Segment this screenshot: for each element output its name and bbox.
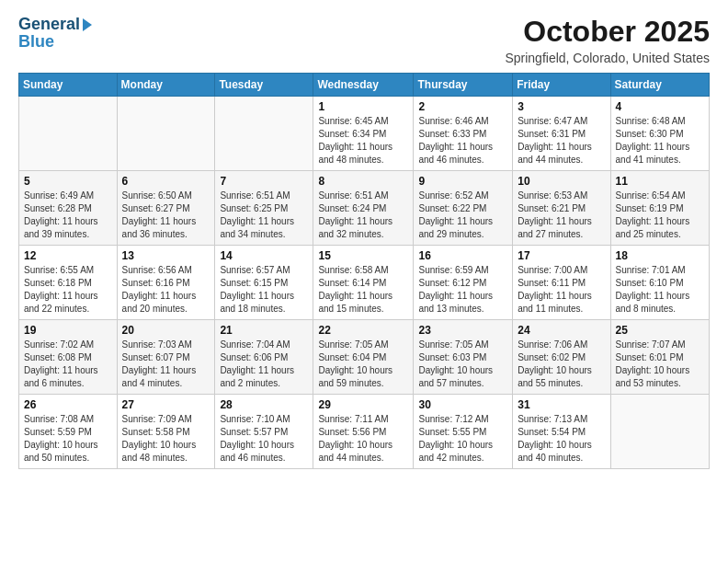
day-info: Sunrise: 7:10 AMSunset: 5:57 PMDaylight:… bbox=[220, 413, 308, 465]
day-info: Sunrise: 6:56 AMSunset: 6:16 PMDaylight:… bbox=[122, 264, 210, 316]
logo-text: General Blue bbox=[18, 15, 92, 52]
day-info: Sunrise: 7:11 AMSunset: 5:56 PMDaylight:… bbox=[318, 413, 408, 465]
header-saturday: Saturday bbox=[610, 74, 709, 97]
table-row: 23Sunrise: 7:05 AMSunset: 6:03 PMDayligh… bbox=[414, 320, 513, 395]
table-row: 22Sunrise: 7:05 AMSunset: 6:04 PMDayligh… bbox=[313, 320, 414, 395]
calendar-table: Sunday Monday Tuesday Wednesday Thursday… bbox=[18, 73, 710, 469]
table-row: 6Sunrise: 6:50 AMSunset: 6:27 PMDaylight… bbox=[117, 171, 215, 246]
day-info: Sunrise: 7:07 AMSunset: 6:01 PMDaylight:… bbox=[616, 339, 704, 390]
day-info: Sunrise: 6:54 AMSunset: 6:19 PMDaylight:… bbox=[616, 190, 704, 241]
calendar-week-row: 26Sunrise: 7:08 AMSunset: 5:59 PMDayligh… bbox=[19, 395, 710, 469]
day-info: Sunrise: 7:00 AMSunset: 6:11 PMDaylight:… bbox=[518, 264, 605, 316]
day-info: Sunrise: 7:01 AMSunset: 6:10 PMDaylight:… bbox=[616, 264, 704, 316]
day-number: 12 bbox=[24, 249, 112, 262]
month-title: October 2025 bbox=[505, 15, 710, 49]
day-number: 27 bbox=[122, 398, 210, 411]
table-row bbox=[117, 97, 215, 171]
day-info: Sunrise: 6:53 AMSunset: 6:21 PMDaylight:… bbox=[518, 190, 605, 241]
day-info: Sunrise: 7:03 AMSunset: 6:07 PMDaylight:… bbox=[122, 339, 210, 390]
table-row: 26Sunrise: 7:08 AMSunset: 5:59 PMDayligh… bbox=[19, 395, 118, 469]
day-info: Sunrise: 6:48 AMSunset: 6:30 PMDaylight:… bbox=[616, 115, 704, 167]
day-info: Sunrise: 6:50 AMSunset: 6:27 PMDaylight:… bbox=[122, 190, 210, 241]
table-row: 13Sunrise: 6:56 AMSunset: 6:16 PMDayligh… bbox=[117, 246, 215, 320]
table-row: 5Sunrise: 6:49 AMSunset: 6:28 PMDaylight… bbox=[19, 171, 118, 246]
day-info: Sunrise: 7:13 AMSunset: 5:54 PMDaylight:… bbox=[518, 413, 605, 465]
day-number: 14 bbox=[220, 249, 308, 262]
day-number: 16 bbox=[418, 249, 507, 262]
day-number: 17 bbox=[518, 249, 605, 262]
table-row: 29Sunrise: 7:11 AMSunset: 5:56 PMDayligh… bbox=[313, 395, 414, 469]
table-row: 17Sunrise: 7:00 AMSunset: 6:11 PMDayligh… bbox=[513, 246, 610, 320]
day-info: Sunrise: 7:08 AMSunset: 5:59 PMDaylight:… bbox=[24, 413, 112, 465]
logo-arrow-icon bbox=[83, 18, 92, 31]
table-row: 3Sunrise: 6:47 AMSunset: 6:31 PMDaylight… bbox=[513, 97, 610, 171]
day-info: Sunrise: 6:57 AMSunset: 6:15 PMDaylight:… bbox=[220, 264, 308, 316]
table-row: 1Sunrise: 6:45 AMSunset: 6:34 PMDaylight… bbox=[313, 97, 414, 171]
day-number: 24 bbox=[518, 324, 605, 337]
day-number: 25 bbox=[616, 324, 704, 337]
table-row bbox=[610, 395, 709, 469]
calendar-week-row: 1Sunrise: 6:45 AMSunset: 6:34 PMDaylight… bbox=[19, 97, 710, 171]
table-row: 31Sunrise: 7:13 AMSunset: 5:54 PMDayligh… bbox=[513, 395, 610, 469]
header-sunday: Sunday bbox=[19, 74, 118, 97]
day-number: 4 bbox=[616, 100, 704, 113]
day-info: Sunrise: 7:12 AMSunset: 5:55 PMDaylight:… bbox=[418, 413, 507, 465]
day-number: 8 bbox=[318, 175, 408, 188]
table-row: 4Sunrise: 6:48 AMSunset: 6:30 PMDaylight… bbox=[610, 97, 709, 171]
day-info: Sunrise: 6:58 AMSunset: 6:14 PMDaylight:… bbox=[318, 264, 408, 316]
table-row bbox=[215, 97, 313, 171]
day-number: 30 bbox=[418, 398, 507, 411]
table-row: 9Sunrise: 6:52 AMSunset: 6:22 PMDaylight… bbox=[414, 171, 513, 246]
table-row: 2Sunrise: 6:46 AMSunset: 6:33 PMDaylight… bbox=[414, 97, 513, 171]
day-number: 23 bbox=[418, 324, 507, 337]
day-info: Sunrise: 6:51 AMSunset: 6:24 PMDaylight:… bbox=[318, 190, 408, 241]
day-info: Sunrise: 6:59 AMSunset: 6:12 PMDaylight:… bbox=[418, 264, 507, 316]
day-number: 7 bbox=[220, 175, 308, 188]
table-row: 21Sunrise: 7:04 AMSunset: 6:06 PMDayligh… bbox=[215, 320, 313, 395]
day-number: 19 bbox=[24, 324, 112, 337]
day-number: 11 bbox=[616, 175, 704, 188]
day-number: 10 bbox=[518, 175, 605, 188]
day-info: Sunrise: 7:05 AMSunset: 6:04 PMDaylight:… bbox=[318, 339, 408, 390]
day-number: 26 bbox=[24, 398, 112, 411]
logo-blue: Blue bbox=[18, 32, 92, 52]
header: General Blue October 2025 Springfield, C… bbox=[18, 15, 710, 65]
day-number: 15 bbox=[318, 249, 408, 262]
day-info: Sunrise: 6:52 AMSunset: 6:22 PMDaylight:… bbox=[418, 190, 507, 241]
page-container: General Blue October 2025 Springfield, C… bbox=[0, 0, 728, 478]
location-subtitle: Springfield, Colorado, United States bbox=[505, 51, 710, 65]
day-number: 18 bbox=[616, 249, 704, 262]
header-monday: Monday bbox=[117, 74, 215, 97]
table-row: 7Sunrise: 6:51 AMSunset: 6:25 PMDaylight… bbox=[215, 171, 313, 246]
day-info: Sunrise: 6:49 AMSunset: 6:28 PMDaylight:… bbox=[24, 190, 112, 241]
table-row: 24Sunrise: 7:06 AMSunset: 6:02 PMDayligh… bbox=[513, 320, 610, 395]
day-info: Sunrise: 7:06 AMSunset: 6:02 PMDaylight:… bbox=[518, 339, 605, 390]
table-row: 8Sunrise: 6:51 AMSunset: 6:24 PMDaylight… bbox=[313, 171, 414, 246]
table-row: 14Sunrise: 6:57 AMSunset: 6:15 PMDayligh… bbox=[215, 246, 313, 320]
day-number: 3 bbox=[518, 100, 605, 113]
table-row: 30Sunrise: 7:12 AMSunset: 5:55 PMDayligh… bbox=[414, 395, 513, 469]
table-row: 19Sunrise: 7:02 AMSunset: 6:08 PMDayligh… bbox=[19, 320, 118, 395]
day-info: Sunrise: 6:51 AMSunset: 6:25 PMDaylight:… bbox=[220, 190, 308, 241]
header-friday: Friday bbox=[513, 74, 610, 97]
table-row bbox=[19, 97, 118, 171]
table-row: 16Sunrise: 6:59 AMSunset: 6:12 PMDayligh… bbox=[414, 246, 513, 320]
header-wednesday: Wednesday bbox=[313, 74, 414, 97]
calendar-week-row: 12Sunrise: 6:55 AMSunset: 6:18 PMDayligh… bbox=[19, 246, 710, 320]
table-row: 27Sunrise: 7:09 AMSunset: 5:58 PMDayligh… bbox=[117, 395, 215, 469]
day-number: 22 bbox=[318, 324, 408, 337]
table-row: 25Sunrise: 7:07 AMSunset: 6:01 PMDayligh… bbox=[610, 320, 709, 395]
day-info: Sunrise: 6:47 AMSunset: 6:31 PMDaylight:… bbox=[518, 115, 605, 167]
day-number: 29 bbox=[318, 398, 408, 411]
table-row: 15Sunrise: 6:58 AMSunset: 6:14 PMDayligh… bbox=[313, 246, 414, 320]
day-number: 6 bbox=[122, 175, 210, 188]
calendar-header-row: Sunday Monday Tuesday Wednesday Thursday… bbox=[19, 74, 710, 97]
day-info: Sunrise: 7:09 AMSunset: 5:58 PMDaylight:… bbox=[122, 413, 210, 465]
day-info: Sunrise: 7:05 AMSunset: 6:03 PMDaylight:… bbox=[418, 339, 507, 390]
day-number: 31 bbox=[518, 398, 605, 411]
table-row: 28Sunrise: 7:10 AMSunset: 5:57 PMDayligh… bbox=[215, 395, 313, 469]
header-tuesday: Tuesday bbox=[215, 74, 313, 97]
day-number: 1 bbox=[318, 100, 408, 113]
logo: General Blue bbox=[18, 15, 92, 52]
day-number: 20 bbox=[122, 324, 210, 337]
